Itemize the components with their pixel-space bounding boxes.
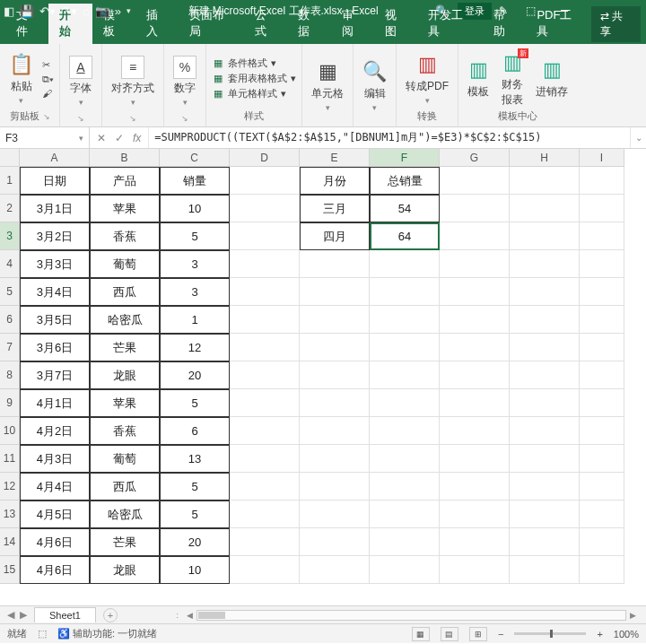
cell[interactable] — [370, 306, 440, 334]
cell[interactable] — [580, 306, 624, 334]
number-dialog-icon[interactable]: ↘ — [181, 114, 188, 123]
cell[interactable]: 4月4日 — [20, 473, 90, 500]
column-header[interactable]: B — [90, 149, 160, 167]
editing-button[interactable]: 🔍 编辑▾ — [359, 57, 390, 114]
cell[interactable] — [510, 167, 580, 195]
cell[interactable] — [580, 500, 624, 528]
cell[interactable]: 5 — [160, 389, 230, 417]
cell[interactable] — [230, 556, 300, 584]
cell[interactable] — [300, 473, 370, 500]
tab-pdftools[interactable]: PDF工具 — [526, 4, 591, 44]
camera-icon[interactable]: 📷 — [95, 4, 109, 18]
namebox-dropdown-icon[interactable]: ▾ — [79, 134, 83, 143]
cell[interactable]: 日期 — [20, 167, 90, 195]
convert-pdf-button[interactable]: ▥ 转成PDF▾ — [402, 50, 452, 107]
row-header[interactable]: 6 — [0, 306, 20, 334]
cell[interactable] — [580, 473, 624, 500]
cell[interactable]: 芒果 — [90, 528, 160, 556]
column-header[interactable]: E — [300, 149, 370, 167]
normal-view-button[interactable]: ▦ — [412, 627, 430, 641]
cell[interactable] — [440, 222, 510, 250]
cell[interactable]: 葡萄 — [90, 445, 160, 473]
template-button[interactable]: ▥ 模板 — [464, 56, 493, 101]
cell[interactable]: 哈密瓜 — [90, 306, 160, 334]
zoom-in-button[interactable]: + — [597, 629, 602, 640]
cell[interactable] — [230, 417, 300, 445]
column-header[interactable]: I — [580, 149, 624, 167]
cell[interactable] — [370, 250, 440, 278]
cell[interactable] — [510, 195, 580, 222]
cell[interactable] — [440, 167, 510, 195]
horizontal-scrollbar[interactable]: :◀ ▶ — [171, 609, 639, 622]
row-header[interactable]: 15 — [0, 556, 20, 584]
row-header[interactable]: 8 — [0, 361, 20, 389]
cell[interactable]: 销量 — [160, 167, 230, 195]
cell[interactable] — [580, 250, 624, 278]
cell[interactable]: 3月6日 — [20, 334, 90, 361]
redo-icon[interactable]: ↷▾ — [61, 4, 77, 18]
name-box[interactable]: F3 ▾ — [0, 127, 90, 148]
cell[interactable]: 苹果 — [90, 389, 160, 417]
cell[interactable]: 西瓜 — [90, 473, 160, 500]
cell[interactable]: 4月5日 — [20, 500, 90, 528]
cell[interactable]: 5 — [160, 500, 230, 528]
cell[interactable] — [440, 195, 510, 222]
column-header[interactable]: C — [160, 149, 230, 167]
row-header[interactable]: 3 — [0, 222, 20, 250]
undo-icon[interactable]: ↶▾ — [39, 4, 56, 18]
cancel-formula-icon[interactable]: ✕ — [97, 132, 106, 144]
cell[interactable] — [370, 556, 440, 584]
cell[interactable] — [300, 556, 370, 584]
sheet-nav-prev-icon[interactable]: ◀ — [7, 609, 14, 621]
pagelayout-view-button[interactable]: ▤ — [441, 627, 458, 641]
sheet-tab[interactable]: Sheet1 — [34, 607, 96, 622]
cell[interactable] — [510, 222, 580, 250]
zoom-out-button[interactable]: − — [498, 629, 503, 640]
cell[interactable]: 54 — [370, 195, 440, 222]
cell[interactable] — [230, 361, 300, 389]
cell[interactable] — [370, 417, 440, 445]
cell[interactable] — [510, 306, 580, 334]
cell[interactable]: 产品 — [90, 167, 160, 195]
cell[interactable]: 3月2日 — [20, 222, 90, 250]
cell[interactable] — [580, 334, 624, 361]
cell[interactable] — [370, 278, 440, 306]
row-header[interactable]: 9 — [0, 389, 20, 417]
cell[interactable] — [580, 278, 624, 306]
cell[interactable]: 13 — [160, 445, 230, 473]
cell[interactable] — [510, 445, 580, 473]
cell[interactable]: 10 — [160, 556, 230, 584]
row-header[interactable]: 7 — [0, 334, 20, 361]
cell[interactable] — [510, 250, 580, 278]
align-dialog-icon[interactable]: ↘ — [129, 114, 136, 123]
financial-report-button[interactable]: ▥新 财务 报表 — [498, 48, 527, 109]
cell[interactable]: 3 — [160, 250, 230, 278]
alignment-button[interactable]: ≡ 对齐方式▾ — [108, 54, 158, 109]
tab-help[interactable]: 帮助 — [483, 4, 526, 44]
sheet-nav-next-icon[interactable]: ▶ — [20, 609, 27, 621]
cut-icon[interactable]: ✂ — [42, 59, 54, 71]
formula-input[interactable]: =SUMPRODUCT((TEXT($A$2:$A$15,"[DBNUM1]m月… — [149, 127, 630, 148]
cell[interactable] — [370, 473, 440, 500]
font-dialog-icon[interactable]: ↘ — [77, 114, 84, 123]
cell[interactable]: 12 — [160, 334, 230, 361]
cell[interactable]: 香蕉 — [90, 222, 160, 250]
cell[interactable] — [300, 500, 370, 528]
table-format-button[interactable]: ▦套用表格格式 ▾ — [212, 72, 296, 85]
cell[interactable] — [510, 556, 580, 584]
enter-formula-icon[interactable]: ✓ — [115, 132, 124, 144]
cell[interactable] — [370, 445, 440, 473]
cell[interactable]: 4月3日 — [20, 445, 90, 473]
cell[interactable]: 西瓜 — [90, 278, 160, 306]
row-header[interactable]: 1 — [0, 167, 20, 195]
cell[interactable]: 月份 — [300, 167, 370, 195]
purchase-button[interactable]: ▥ 进销存 — [532, 56, 572, 101]
cell-style-button[interactable]: ▦单元格样式 ▾ — [212, 87, 296, 100]
cell[interactable] — [440, 556, 510, 584]
home-icon[interactable]: ⌂ — [83, 4, 90, 18]
cell[interactable]: 3月4日 — [20, 278, 90, 306]
cell[interactable]: 64 — [370, 222, 440, 250]
autosave-icon[interactable]: ◧ — [4, 4, 14, 18]
format-painter-icon[interactable]: 🖌 — [42, 88, 54, 99]
cell[interactable] — [510, 473, 580, 500]
